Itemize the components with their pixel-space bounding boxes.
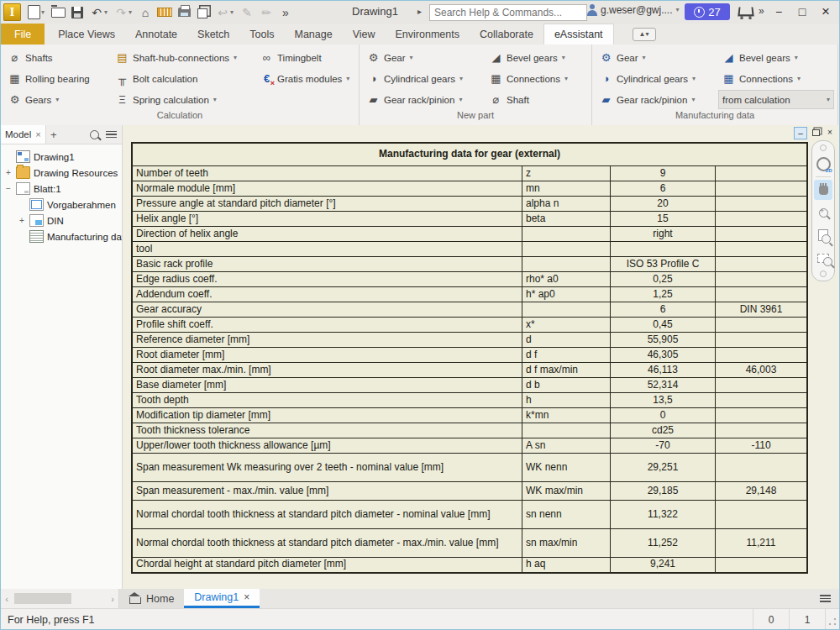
menu-tab-annotate[interactable]: Annotate [125,24,187,45]
close-button[interactable]: × [814,1,837,23]
bolt-calculation-button[interactable]: ╥Bolt calculation [112,68,256,89]
undo-caret-icon[interactable]: ▾ [104,8,111,16]
new-document-icon[interactable] [24,3,43,22]
connections-button[interactable]: ▦Connections▾ [718,68,834,89]
menu-tab-sketch[interactable]: Sketch [187,24,239,45]
panel-horizontal-scrollbar[interactable]: ‹ › [1,589,119,608]
bevel-gears-button[interactable]: ◢Bevel gears▾ [718,47,834,68]
open-icon[interactable] [49,3,67,22]
tree-item-drawing-resources[interactable]: +Drawing Resources [4,165,122,181]
bevel-gears-button[interactable]: ◢Bevel gears▾ [486,47,588,68]
redo-icon[interactable]: ↷ [112,3,130,22]
tree-item-din[interactable]: +DIN [4,213,122,228]
tab-drawing1[interactable]: Drawing1 × [184,589,260,608]
from-calculation-button[interactable]: from calculation▾ [718,90,834,109]
return-caret-icon[interactable]: ▾ [230,8,237,16]
update-sketch-icon[interactable]: ✏ [257,3,276,22]
title-expand-icon[interactable]: ▸ [417,7,422,16]
tab-home[interactable]: Home [119,589,184,608]
gear-rack-pinion-button[interactable]: ▰Gear rack/pinion▾ [596,89,718,110]
navbar-handle-icon[interactable] [820,144,827,151]
spring-calculation-button[interactable]: ΞSpring calculation▾ [112,89,256,110]
dropdown-caret-icon: ▾ [234,54,237,61]
steering-wheel-2d-icon[interactable] [814,154,832,174]
doc-restore-button[interactable] [810,127,822,138]
bevel-gears-icon: ◢ [489,50,503,65]
row-extra-value [716,348,808,363]
tree-expander-icon[interactable]: − [4,184,13,193]
menu-tab-eassistant[interactable]: eAssistant [543,24,614,45]
zoom-window-icon[interactable] [814,225,832,245]
gratis-modules-button[interactable]: €Gratis modules▾ [256,68,355,89]
home-icon[interactable]: ⌂ [136,3,155,22]
maximize-button[interactable]: □ [790,1,814,23]
menu-tab-manage[interactable]: Manage [284,24,342,45]
user-account[interactable]: g.weser@gwj.... ▾ [587,3,680,16]
resize-grip[interactable] [825,609,839,630]
add-panel-tab-button[interactable]: + [46,129,61,141]
timingbelt-button[interactable]: ∞Timingbelt [256,47,355,68]
table-row: Span measurement - max./min. value [mm]W… [132,482,807,501]
tree-item-drawing1[interactable]: Drawing1 [4,149,122,165]
cart-icon[interactable] [738,7,753,16]
new-document-caret-icon[interactable]: ▾ [41,8,48,16]
rolling-bearing-button[interactable]: ▦Rolling bearing [4,68,112,89]
tree-item-manufacturing-data[interactable]: Manufacturing data [4,228,122,244]
menu-tab-view[interactable]: View [343,24,386,45]
row-label: Root diameter max./min. [mm] [132,363,522,378]
undo-icon[interactable]: ↶ [87,3,106,22]
ribbon-collapse-icon[interactable]: ▲▾ [633,28,656,41]
cylindrical-gears-button[interactable]: ◑Cylindrical gears▾ [596,68,718,89]
search-input[interactable] [429,4,587,21]
measure-icon[interactable] [155,3,174,22]
browser-menu-icon[interactable] [106,131,117,139]
scroll-right-icon[interactable]: › [107,594,118,604]
titlebar-more-icon[interactable]: » [759,5,764,17]
tree-expander-icon[interactable]: + [4,168,13,177]
browser-search-icon[interactable] [90,130,99,139]
menu-tab-place-views[interactable]: Place Views [48,24,125,45]
tree-item-blatt-1[interactable]: −Blatt:1 [4,181,122,197]
gear-rack-pinion-button[interactable]: ▰Gear rack/pinion▾ [363,89,486,110]
scroll-left-icon[interactable]: ‹ [1,594,13,604]
manufacturing-data-table: Manufacturing data for gear (external) N… [131,142,808,574]
gear-button[interactable]: ⚙Gear▾ [596,47,718,68]
shaft-button[interactable]: ⌀Shaft [486,89,588,110]
cylindrical-gears-button[interactable]: ◑Cylindrical gears▾ [363,68,486,89]
shaft-hub-connections-button[interactable]: ▤Shaft-hub-connections▾ [112,47,256,68]
drawing-canvas[interactable]: – × Manufacturing data for gear (externa… [123,125,839,589]
save-icon[interactable] [68,3,87,22]
menu-tab-collaborate[interactable]: Collaborate [470,24,543,45]
row-value: 20 [611,197,716,212]
trial-days-badge[interactable]: 27 [685,3,730,20]
zoom-selected-icon[interactable] [814,248,832,268]
shafts-button[interactable]: ⌀Shafts [4,47,112,68]
navbar-handle-icon[interactable] [820,270,827,277]
connections-button[interactable]: ▦Connections▾ [486,68,588,89]
tabbar-menu-icon[interactable] [820,595,831,602]
menu-tab-file[interactable]: File [1,24,45,45]
new-window-icon[interactable] [194,3,213,22]
doc-close-button[interactable]: × [824,127,836,138]
toolbar-more-icon[interactable]: » [276,3,295,22]
drawing1-tab-close-icon[interactable]: × [244,591,249,603]
tree-expander-icon[interactable]: + [18,216,26,225]
print-icon[interactable] [175,3,193,22]
gears-button[interactable]: ⚙Gears▾ [4,89,112,110]
row-value: 6 [611,302,716,318]
zoom-icon[interactable] [814,202,832,223]
sketch-icon[interactable]: ✎ [238,3,256,22]
tree-item-vorgaberahmen[interactable]: Vorgaberahmen [4,197,122,213]
menu-tab-environments[interactable]: Environments [386,24,470,45]
redo-caret-icon[interactable]: ▾ [129,8,135,16]
doc-minimize-button[interactable]: – [794,127,807,139]
gear-button[interactable]: ⚙Gear▾ [363,47,486,68]
scrollbar-thumb[interactable] [14,593,71,604]
pan-icon[interactable] [814,180,832,200]
return-icon[interactable]: ↩ [213,3,232,22]
model-tab[interactable]: Model × [1,125,46,144]
inventor-logo-icon[interactable]: I [3,3,21,21]
menu-tab-tools[interactable]: Tools [239,24,284,45]
model-tab-close-icon[interactable]: × [35,129,40,139]
minimize-button[interactable]: − [767,1,790,23]
